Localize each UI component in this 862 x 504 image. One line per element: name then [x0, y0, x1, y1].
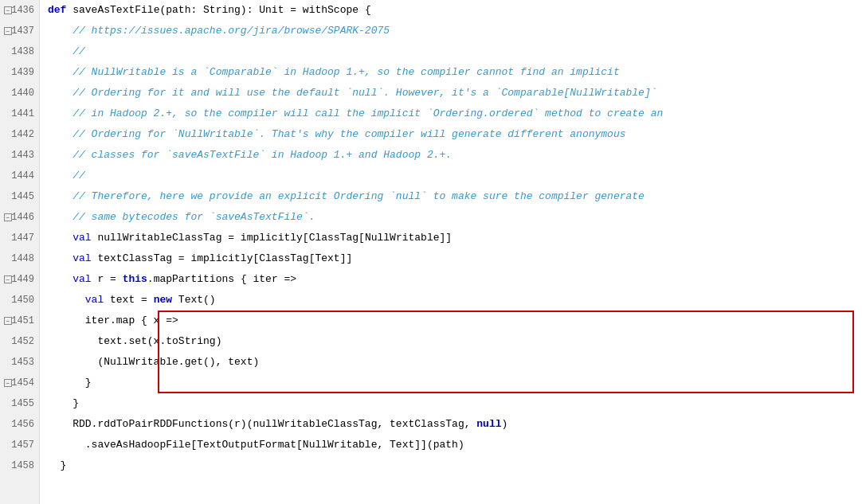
code-segment: // same bytecodes for `saveAsTextFile`.	[48, 207, 315, 228]
line-num-text: 1456	[11, 419, 34, 430]
code-segment: .saveAsHadoopFile[TextOutputFormat[NullW…	[48, 435, 464, 455]
code-segment: nullWritableClassTag = implicitly[ClassT…	[97, 228, 452, 248]
line-num-text: 1445	[11, 191, 34, 202]
fold-icon-1454[interactable]: −	[3, 378, 13, 388]
code-line-1458: }	[40, 455, 862, 476]
line-number-1444: 1444	[0, 166, 39, 186]
line-num-text: 1436	[11, 5, 34, 16]
code-line-1436: def saveAsTextFile(path: String): Unit =…	[40, 0, 862, 21]
line-number-1451: −1451	[0, 311, 39, 331]
line-num-text: 1454	[11, 377, 34, 389]
code-segment: // in Hadoop 2.+, so the compiler will c…	[48, 104, 663, 124]
line-num-text: 1438	[11, 46, 34, 57]
code-segment: (path: String): Unit = withScope {	[159, 0, 370, 21]
code-segment: (NullWritable.get(), text)	[48, 352, 259, 373]
line-num-text: 1448	[11, 253, 34, 264]
code-segment: textClassTag = implicitly[ClassTag[Text]…	[97, 248, 352, 269]
fold-icon-1446[interactable]: −	[3, 213, 13, 222]
fold-icon-1437[interactable]: −	[3, 26, 13, 36]
fold-arrow[interactable]: −	[4, 6, 12, 14]
code-segment: Text()	[178, 290, 216, 311]
line-number-1446: −1446	[0, 207, 39, 228]
code-segment: //	[48, 41, 85, 62]
code-segment: // Therefore, here we provide an explici…	[48, 186, 645, 207]
code-segment: // NullWritable is a `Comparable` in Had…	[48, 62, 620, 83]
fold-icon-1449[interactable]: −	[3, 275, 13, 284]
code-line-1443: // classes for `saveAsTextFile` in Hadoo…	[40, 145, 862, 166]
code-segment: // https://issues.apache.org/jira/browse…	[48, 21, 390, 41]
line-number-1457: 1457	[0, 435, 39, 455]
code-segment: //	[48, 166, 85, 186]
line-num-text: 1451	[11, 315, 34, 326]
line-number-1452: 1452	[0, 331, 39, 352]
line-number-1450: 1450	[0, 290, 39, 311]
code-editor: −1436−1437143814391440144114421443144414…	[0, 0, 862, 504]
line-num-text: 1449	[11, 274, 34, 285]
line-number-1458: 1458	[0, 455, 39, 476]
line-num-text: 1447	[11, 232, 34, 244]
code-segment: text.set(x.toString)	[48, 331, 221, 352]
line-num-text: 1458	[11, 460, 34, 471]
line-number-1456: 1456	[0, 414, 39, 435]
fold-arrow[interactable]: −	[4, 27, 12, 35]
code-line-1454: }	[40, 373, 862, 393]
code-line-1457: .saveAsHadoopFile[TextOutputFormat[NullW…	[40, 435, 862, 455]
fold-icon-1451[interactable]: −	[3, 316, 13, 326]
line-num-text: 1453	[11, 357, 34, 368]
code-line-1448: val textClassTag = implicitly[ClassTag[T…	[40, 248, 862, 269]
line-number-1439: 1439	[0, 62, 39, 83]
fold-icon-1436[interactable]: −	[3, 6, 13, 15]
line-number-1448: 1448	[0, 248, 39, 269]
code-segment: val	[48, 290, 110, 311]
code-segment: new	[154, 290, 178, 311]
line-number-1445: 1445	[0, 186, 39, 207]
code-segment: RDD.rddToPairRDDFunctions(r)(nullWritabl…	[48, 414, 476, 435]
code-line-1453: (NullWritable.get(), text)	[40, 352, 862, 373]
code-segment: }	[48, 373, 92, 393]
code-segment: )	[502, 414, 508, 435]
code-segment: }	[48, 455, 66, 476]
line-number-1443: 1443	[0, 145, 39, 166]
code-line-1455: }	[40, 393, 862, 414]
code-line-1451: iter.map { x =>	[40, 311, 862, 331]
code-line-1456: RDD.rddToPairRDDFunctions(r)(nullWritabl…	[40, 414, 862, 435]
code-segment: val	[48, 269, 97, 290]
line-number-1440: 1440	[0, 83, 39, 104]
code-line-1442: // Ordering for `NullWritable`. That's w…	[40, 124, 862, 145]
code-line-1452: text.set(x.toString)	[40, 331, 862, 352]
code-line-1438: //	[40, 41, 862, 62]
code-line-1441: // in Hadoop 2.+, so the compiler will c…	[40, 104, 862, 124]
code-line-1440: // Ordering for it and will use the defa…	[40, 83, 862, 104]
code-line-1439: // NullWritable is a `Comparable` in Had…	[40, 62, 862, 83]
code-segment: this	[123, 269, 147, 290]
code-segment: null	[476, 414, 501, 435]
line-num-text: 1442	[11, 129, 34, 140]
fold-arrow[interactable]: −	[4, 213, 12, 221]
line-number-1436: −1436	[0, 0, 39, 21]
line-num-text: 1440	[11, 88, 34, 99]
line-num-text: 1444	[11, 170, 34, 182]
line-num-text: 1457	[11, 440, 34, 451]
line-number-1454: −1454	[0, 373, 39, 393]
line-number-1437: −1437	[0, 21, 39, 41]
fold-arrow[interactable]: −	[4, 275, 12, 283]
code-content-area: def saveAsTextFile(path: String): Unit =…	[40, 0, 862, 504]
code-segment: r =	[97, 269, 122, 290]
line-number-1453: 1453	[0, 352, 39, 373]
fold-arrow[interactable]: −	[4, 379, 12, 387]
line-num-text: 1455	[11, 398, 34, 409]
code-segment: iter.map { x =>	[48, 311, 178, 331]
code-line-1449: val r = this.mapPartitions { iter =>	[40, 269, 862, 290]
code-line-1446: // same bytecodes for `saveAsTextFile`.	[40, 207, 862, 228]
line-number-1449: −1449	[0, 269, 39, 290]
line-number-1442: 1442	[0, 124, 39, 145]
code-line-1447: val nullWritableClassTag = implicitly[Cl…	[40, 228, 862, 248]
line-number-1455: 1455	[0, 393, 39, 414]
fold-arrow[interactable]: −	[4, 317, 12, 325]
line-num-text: 1439	[11, 67, 34, 78]
code-segment: val	[48, 248, 97, 269]
code-line-1450: val text = new Text()	[40, 290, 862, 311]
code-segment: saveAsTextFile	[72, 0, 159, 21]
code-segment: def	[48, 0, 72, 21]
code-line-1437: // https://issues.apache.org/jira/browse…	[40, 21, 862, 41]
